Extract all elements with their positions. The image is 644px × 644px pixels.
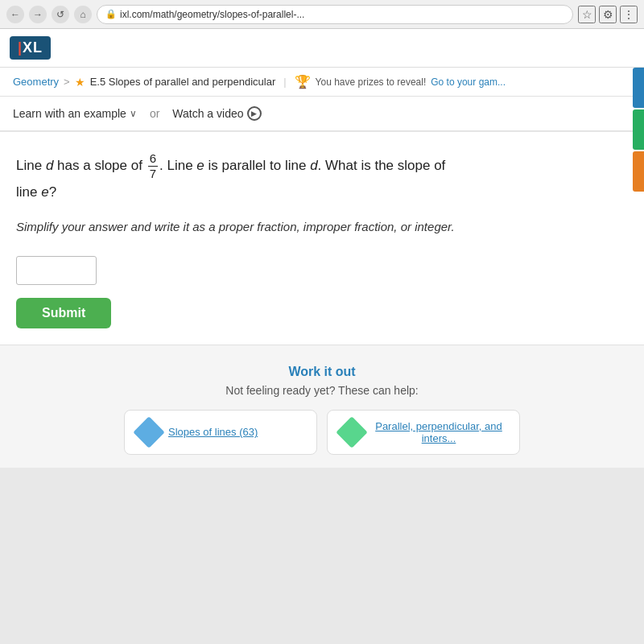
prizes-text: You have prizes to reveal! — [316, 76, 427, 88]
dropdown-arrow-icon: ∨ — [130, 108, 137, 119]
video-label: Watch a video — [172, 107, 243, 120]
separator-pipe: | — [283, 76, 286, 88]
instruction-text: Simplify your answer and write it as a p… — [16, 217, 628, 237]
work-it-out-title: Work it out — [16, 365, 628, 379]
submit-button[interactable]: Submit — [16, 298, 111, 328]
main-content: Line d has a slope of 6 7 . Line e is pa… — [0, 132, 644, 345]
variable-e: e — [41, 184, 48, 200]
ixl-logo[interactable]: |XL — [10, 36, 51, 60]
prizes-link[interactable]: Go to your gam... — [431, 76, 506, 88]
answer-input[interactable] — [16, 256, 97, 285]
help-card-1[interactable]: Slopes of lines (63) — [124, 410, 317, 455]
home-button[interactable]: ⌂ — [74, 6, 92, 23]
fraction-6-7: 6 7 — [148, 151, 158, 181]
sidebar-tab-orange[interactable] — [633, 151, 644, 192]
forward-button[interactable]: → — [29, 6, 47, 23]
sidebar-tab-green[interactable] — [633, 109, 644, 150]
menu-button[interactable]: ⋮ — [620, 6, 638, 23]
sidebar-tab-blue[interactable] — [633, 68, 644, 108]
browser-bar: ← → ↺ ⌂ 🔒 ixl.com/math/geometry/slopes-o… — [0, 0, 644, 29]
trophy-icon: 🏆 — [295, 74, 311, 89]
star-icon: ★ — [75, 76, 85, 89]
breadcrumb-geometry-link[interactable]: Geometry — [13, 76, 59, 88]
not-ready-text: Not feeling ready yet? These can help: — [16, 384, 628, 397]
help-card-2-label: Parallel, perpendicular, and inters... — [371, 420, 506, 444]
logo-pipe: | — [18, 39, 23, 56]
browser-icons: ☆ ⚙ ⋮ — [578, 6, 638, 23]
play-icon: ▶ — [247, 106, 262, 121]
back-button[interactable]: ← — [6, 6, 24, 23]
help-card-2[interactable]: Parallel, perpendicular, and inters... — [327, 410, 520, 455]
diamond-icon-2 — [336, 416, 368, 448]
learn-dropdown[interactable]: Learn with an example ∨ — [13, 107, 137, 120]
diamond-icon-1 — [133, 416, 165, 448]
fraction-denominator: 7 — [148, 167, 158, 181]
ixl-header: |XL — [0, 29, 644, 68]
breadcrumb: Geometry > ★ E.5 Slopes of parallel and … — [0, 68, 644, 97]
question-text: Line d has a slope of 6 7 . Line e is pa… — [16, 151, 628, 204]
watch-video-button[interactable]: Watch a video ▶ — [172, 106, 261, 121]
line-e-text: line e? — [16, 184, 56, 200]
bottom-section: Work it out Not feeling ready yet? These… — [0, 345, 644, 468]
variable-d-inline: d — [310, 158, 317, 173]
address-bar[interactable]: 🔒 ixl.com/math/geometry/slopes-of-parall… — [97, 5, 573, 24]
right-sidebar — [633, 68, 644, 192]
fraction-numerator: 6 — [148, 151, 158, 167]
or-text: or — [150, 107, 159, 120]
variable-e-inline: e — [196, 158, 204, 173]
url-text: ixl.com/math/geometry/slopes-of-parallel… — [120, 9, 304, 20]
extensions-button[interactable]: ⚙ — [599, 6, 617, 23]
variable-d: d — [46, 158, 53, 173]
lock-icon: 🔒 — [105, 9, 117, 19]
bookmark-button[interactable]: ☆ — [578, 6, 596, 23]
breadcrumb-separator: > — [64, 76, 70, 88]
learn-label: Learn with an example — [13, 107, 126, 120]
refresh-button[interactable]: ↺ — [52, 6, 69, 23]
help-card-1-label: Slopes of lines (63) — [168, 426, 258, 438]
learn-bar: Learn with an example ∨ or Watch a video… — [0, 97, 644, 131]
breadcrumb-lesson-title: E.5 Slopes of parallel and perpendicular — [90, 76, 276, 88]
help-cards: Slopes of lines (63) Parallel, perpendic… — [16, 410, 628, 455]
